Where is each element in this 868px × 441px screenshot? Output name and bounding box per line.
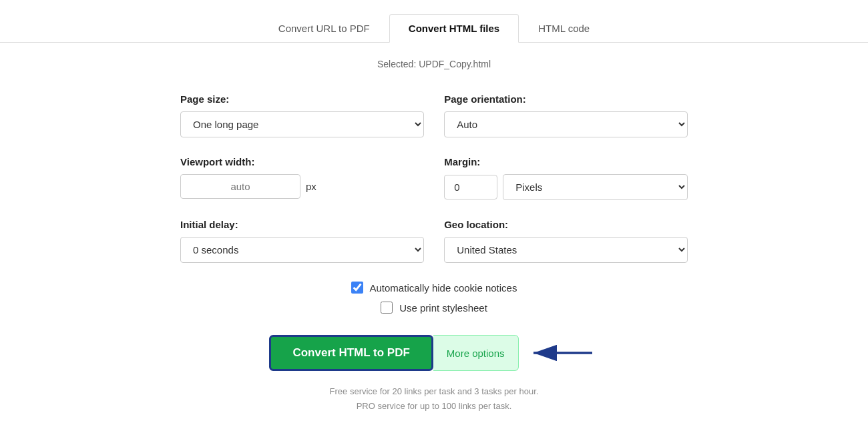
- selected-filename: UPDF_Copy.html: [419, 59, 491, 69]
- footer-line2: PRO service for up to 100 links per task…: [330, 399, 539, 414]
- hide-cookie-label[interactable]: Automatically hide cookie notices: [370, 282, 517, 294]
- selected-file: Selected: UPDF_Copy.html: [377, 59, 491, 69]
- print-stylesheet-label[interactable]: Use print stylesheet: [399, 302, 487, 314]
- initial-delay-group: Initial delay: 0 seconds 1 second 2 seco…: [180, 219, 424, 263]
- page-size-select[interactable]: One long page A4 Letter A3 A5: [180, 111, 424, 137]
- convert-area: Convert HTML to PDF More options: [269, 335, 598, 371]
- form-row-2: Viewport width: px Margin: Pixels Millim…: [180, 156, 688, 200]
- page-size-group: Page size: One long page A4 Letter A3 A5: [180, 93, 424, 137]
- form-container: Page size: One long page A4 Letter A3 A5…: [180, 93, 688, 414]
- viewport-width-input[interactable]: [180, 174, 300, 199]
- tab-html-files[interactable]: Convert HTML files: [389, 14, 519, 43]
- tab-html-code[interactable]: HTML code: [519, 14, 609, 43]
- tab-url-to-pdf[interactable]: Convert URL to PDF: [259, 14, 389, 43]
- hide-cookie-checkbox[interactable]: [351, 282, 363, 294]
- form-row-3: Initial delay: 0 seconds 1 second 2 seco…: [180, 219, 688, 263]
- tabs-container: Convert URL to PDF Convert HTML files HT…: [0, 0, 868, 43]
- viewport-input-row: px: [180, 174, 424, 199]
- geo-location-group: Geo location: United States United Kingd…: [444, 219, 688, 263]
- footer-text: Free service for 20 links per task and 3…: [330, 384, 539, 414]
- page-size-label: Page size:: [180, 93, 424, 105]
- form-row-1: Page size: One long page A4 Letter A3 A5…: [180, 93, 688, 137]
- margin-group: Margin: Pixels Millimeters Centimeters I…: [444, 156, 688, 200]
- footer-line1: Free service for 20 links per task and 3…: [330, 384, 539, 399]
- margin-label: Margin:: [444, 156, 688, 167]
- margin-input[interactable]: [444, 175, 497, 199]
- viewport-width-group: Viewport width: px: [180, 156, 424, 199]
- px-label: px: [306, 181, 316, 192]
- convert-button[interactable]: Convert HTML to PDF: [269, 335, 433, 371]
- viewport-width-label: Viewport width:: [180, 156, 424, 167]
- initial-delay-select[interactable]: 0 seconds 1 second 2 seconds 3 seconds 5…: [180, 237, 424, 263]
- print-stylesheet-checkbox[interactable]: [381, 302, 393, 314]
- margin-input-row: Pixels Millimeters Centimeters Inches: [444, 174, 688, 200]
- arrow-icon: [525, 340, 599, 366]
- arrow-container: [525, 340, 599, 366]
- page-orientation-select[interactable]: Auto Portrait Landscape: [444, 111, 688, 137]
- page-orientation-label: Page orientation:: [444, 93, 688, 105]
- geo-location-select[interactable]: United States United Kingdom Germany Fra…: [444, 237, 688, 263]
- initial-delay-label: Initial delay:: [180, 219, 424, 230]
- page-orientation-group: Page orientation: Auto Portrait Landscap…: [444, 93, 688, 137]
- checkbox-row-print: Use print stylesheet: [381, 302, 487, 314]
- geo-location-label: Geo location:: [444, 219, 688, 230]
- checkbox-row-cookie: Automatically hide cookie notices: [351, 282, 517, 294]
- more-options-button[interactable]: More options: [433, 335, 519, 371]
- checkboxes-container: Automatically hide cookie notices Use pr…: [351, 282, 517, 314]
- selected-prefix: Selected:: [377, 59, 419, 69]
- btn-group: Convert HTML to PDF More options: [269, 335, 518, 371]
- margin-unit-select[interactable]: Pixels Millimeters Centimeters Inches: [503, 174, 688, 200]
